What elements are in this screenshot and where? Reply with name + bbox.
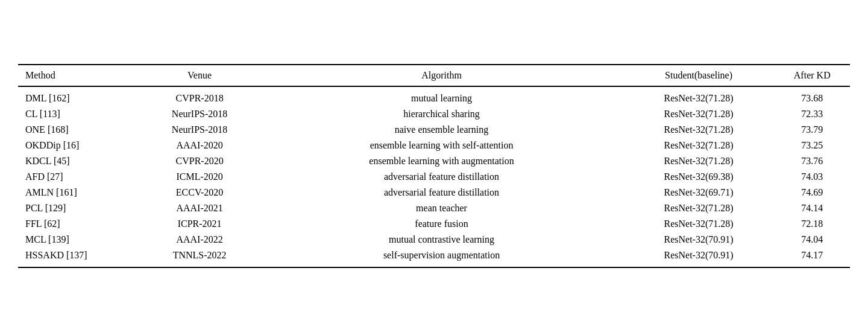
cell-venue: CVPR-2018 — [139, 86, 260, 106]
cell-method: AFD [27] — [18, 169, 139, 185]
table-container: Method Venue Algorithm Student(baseline)… — [18, 64, 850, 268]
cell-student: ResNet-32(71.28) — [623, 86, 775, 106]
table-row: CL [113]NeurIPS-2018hierarchical sharing… — [18, 106, 850, 122]
cell-afterkd: 74.04 — [775, 232, 850, 247]
cell-venue: ICML-2020 — [139, 169, 260, 185]
cell-afterkd: 74.17 — [775, 247, 850, 267]
cell-method: AMLN [161] — [18, 185, 139, 200]
cell-student: ResNet-32(71.28) — [623, 153, 775, 169]
header-afterkd: After KD — [775, 65, 850, 86]
table-row: OKDDip [16]AAAI-2020ensemble learning wi… — [18, 138, 850, 153]
cell-afterkd: 74.03 — [775, 169, 850, 185]
cell-venue: AAAI-2020 — [139, 138, 260, 153]
table-row: FFL [62]ICPR-2021feature fusionResNet-32… — [18, 216, 850, 232]
table-row: AFD [27]ICML-2020adversarial feature dis… — [18, 169, 850, 185]
cell-method: OKDDip [16] — [18, 138, 139, 153]
cell-student: ResNet-32(71.28) — [623, 216, 775, 232]
cell-student: ResNet-32(71.28) — [623, 200, 775, 216]
cell-algorithm: ensemble learning with augmentation — [260, 153, 623, 169]
cell-algorithm: mutual contrastive learning — [260, 232, 623, 247]
results-table: Method Venue Algorithm Student(baseline)… — [18, 64, 850, 268]
cell-student: ResNet-32(70.91) — [623, 247, 775, 267]
table-row: AMLN [161]ECCV-2020adversarial feature d… — [18, 185, 850, 200]
cell-venue: AAAI-2021 — [139, 200, 260, 216]
header-row: Method Venue Algorithm Student(baseline)… — [18, 65, 850, 86]
cell-algorithm: naive ensemble learning — [260, 122, 623, 138]
cell-venue: NeurIPS-2018 — [139, 106, 260, 122]
cell-method: HSSAKD [137] — [18, 247, 139, 267]
table-row: MCL [139]AAAI-2022mutual contrastive lea… — [18, 232, 850, 247]
cell-venue: ICPR-2021 — [139, 216, 260, 232]
table-row: KDCL [45]CVPR-2020ensemble learning with… — [18, 153, 850, 169]
cell-algorithm: hierarchical sharing — [260, 106, 623, 122]
cell-venue: CVPR-2020 — [139, 153, 260, 169]
table-row: ONE [168]NeurIPS-2018naive ensemble lear… — [18, 122, 850, 138]
cell-algorithm: adversarial feature distillation — [260, 169, 623, 185]
cell-venue: AAAI-2022 — [139, 232, 260, 247]
cell-method: CL [113] — [18, 106, 139, 122]
cell-algorithm: ensemble learning with self-attention — [260, 138, 623, 153]
cell-method: MCL [139] — [18, 232, 139, 247]
header-method: Method — [18, 65, 139, 86]
header-venue: Venue — [139, 65, 260, 86]
cell-student: ResNet-32(70.91) — [623, 232, 775, 247]
table-row: DML [162]CVPR-2018mutual learningResNet-… — [18, 86, 850, 106]
cell-afterkd: 73.25 — [775, 138, 850, 153]
header-algorithm: Algorithm — [260, 65, 623, 86]
cell-student: ResNet-32(69.71) — [623, 185, 775, 200]
cell-venue: ECCV-2020 — [139, 185, 260, 200]
cell-afterkd: 73.79 — [775, 122, 850, 138]
cell-afterkd: 73.68 — [775, 86, 850, 106]
table-row: HSSAKD [137]TNNLS-2022self-supervision a… — [18, 247, 850, 267]
cell-method: KDCL [45] — [18, 153, 139, 169]
cell-algorithm: feature fusion — [260, 216, 623, 232]
cell-student: ResNet-32(71.28) — [623, 122, 775, 138]
cell-afterkd: 72.33 — [775, 106, 850, 122]
cell-algorithm: mean teacher — [260, 200, 623, 216]
cell-algorithm: mutual learning — [260, 86, 623, 106]
cell-method: DML [162] — [18, 86, 139, 106]
cell-afterkd: 74.14 — [775, 200, 850, 216]
cell-algorithm: adversarial feature distillation — [260, 185, 623, 200]
cell-afterkd: 72.18 — [775, 216, 850, 232]
cell-method: PCL [129] — [18, 200, 139, 216]
cell-student: ResNet-32(71.28) — [623, 138, 775, 153]
cell-student: ResNet-32(71.28) — [623, 106, 775, 122]
cell-student: ResNet-32(69.38) — [623, 169, 775, 185]
cell-afterkd: 73.76 — [775, 153, 850, 169]
cell-venue: NeurIPS-2018 — [139, 122, 260, 138]
table-row: PCL [129]AAAI-2021mean teacherResNet-32(… — [18, 200, 850, 216]
cell-method: FFL [62] — [18, 216, 139, 232]
cell-venue: TNNLS-2022 — [139, 247, 260, 267]
cell-method: ONE [168] — [18, 122, 139, 138]
cell-algorithm: self-supervision augmentation — [260, 247, 623, 267]
header-student: Student(baseline) — [623, 65, 775, 86]
cell-afterkd: 74.69 — [775, 185, 850, 200]
